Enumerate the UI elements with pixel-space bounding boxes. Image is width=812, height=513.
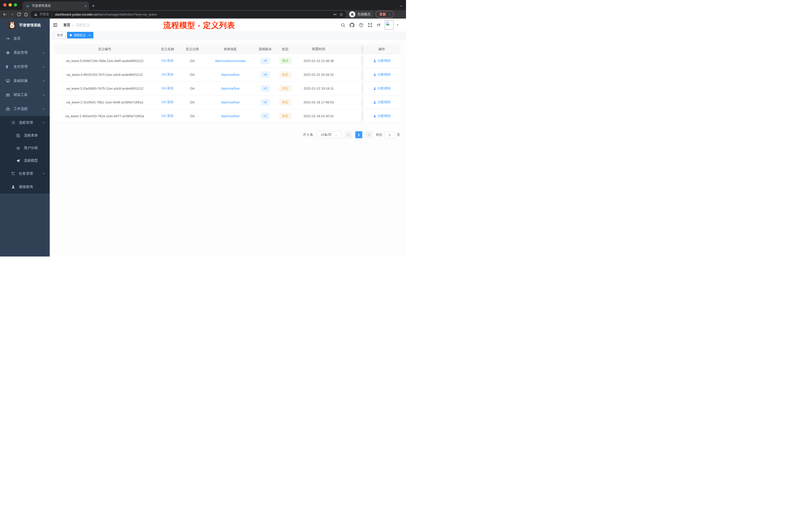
browser-update-button[interactable]: 更新 xyxy=(376,11,394,18)
definition-name-link[interactable]: OA 请假 xyxy=(155,82,180,95)
help-icon[interactable] xyxy=(358,23,364,28)
home-icon[interactable] xyxy=(24,12,28,17)
tab-close-icon[interactable]: × xyxy=(84,4,87,8)
form-link[interactable]: /bpm/oa/flow xyxy=(205,68,256,81)
tag-current[interactable]: 流程定义 × xyxy=(67,32,93,38)
breadcrumb: 首页 / 流程定义 xyxy=(63,23,90,27)
tag-home[interactable]: 首页 xyxy=(55,32,65,38)
sidebar-item-form[interactable]: 流程表单 xyxy=(0,129,50,142)
assign-rule-button[interactable]: 分配规则 xyxy=(373,114,391,118)
maximize-window-button[interactable] xyxy=(14,3,17,6)
total-count-label: 共 5 条 xyxy=(303,132,313,137)
address-bar[interactable]: 不安全 dashboard.yudao.iocoder.cn/bpm/manag… xyxy=(31,11,347,18)
key-icon[interactable] xyxy=(333,12,338,17)
reload-icon[interactable] xyxy=(17,12,21,17)
active-dot xyxy=(70,34,72,36)
column-header: 操作 xyxy=(363,44,400,54)
toolbox-icon xyxy=(6,93,10,97)
monitor-icon xyxy=(6,79,10,83)
incognito-icon xyxy=(349,11,355,17)
row-spacer xyxy=(341,68,363,81)
version-tag: v3 xyxy=(256,82,274,95)
definition-name-link[interactable]: OA 请假 xyxy=(155,109,180,123)
font-size-icon[interactable]: тT xyxy=(377,23,380,27)
breadcrumb-home[interactable]: 首页 xyxy=(63,23,70,27)
assign-rule-button[interactable]: 分配规则 xyxy=(373,72,391,77)
github-icon[interactable] xyxy=(349,23,354,28)
sidebar-toggle-icon[interactable] xyxy=(53,23,58,28)
sidebar-item-dashboard[interactable]: 首页 xyxy=(0,32,50,46)
sidebar-item-yen[interactable]: ¥支付管理 xyxy=(0,60,50,74)
gear-icon xyxy=(6,51,10,55)
definition-id: oa_leave:1:482ec033-762a-11ec-8477-a2380… xyxy=(55,109,155,123)
tab-search-caret-icon[interactable] xyxy=(400,4,403,8)
page-number-button[interactable]: 1 xyxy=(355,131,362,138)
sidebar-item-label: 流程表单 xyxy=(24,133,38,138)
goto-page-input[interactable] xyxy=(384,131,395,138)
sidebar-item-gear[interactable]: 系统管理 xyxy=(0,46,50,60)
sidebar-item-flow[interactable]: 流程管理 xyxy=(0,116,50,129)
send-icon xyxy=(16,159,20,163)
fullscreen-icon[interactable] xyxy=(368,23,373,28)
form-link[interactable]: /bpm/oa/flow xyxy=(205,95,256,109)
page-content: 定义编号 定义名称 定义分类 表单信息 流程版本 状态 部署时间 操作 oa_l… xyxy=(50,39,406,256)
page-size-select[interactable]: 10条/页 xyxy=(316,131,342,138)
sidebar-logo[interactable]: 芋道管理系统 xyxy=(0,19,50,32)
minimize-window-button[interactable] xyxy=(8,3,12,6)
tab-title: 芋道管理系统 xyxy=(32,4,84,8)
caret-down-icon[interactable] xyxy=(396,24,399,26)
security-label[interactable]: 不安全 xyxy=(39,12,49,17)
bookmark-star-icon[interactable] xyxy=(339,12,344,17)
chevron-down-icon xyxy=(42,93,46,97)
row-spacer xyxy=(341,82,363,95)
sidebar-item-label: 请假查询 xyxy=(19,185,33,189)
sidebar-item-label: 用户分组 xyxy=(24,146,38,150)
prev-page-button[interactable] xyxy=(345,131,352,138)
forward-icon[interactable] xyxy=(9,12,14,17)
avatar[interactable] xyxy=(384,20,394,30)
sidebar-item-briefcase[interactable]: 工作流程 xyxy=(0,102,50,116)
sidebar-item-label: 工作流程 xyxy=(13,107,28,111)
definition-name-link[interactable]: OA 请假 xyxy=(155,95,180,109)
tag-close-icon[interactable]: × xyxy=(89,33,91,37)
deploy-time: 2022-01-22 19:19:11 xyxy=(296,82,341,95)
sidebar-item-user[interactable]: 请假查询 xyxy=(0,180,50,193)
row-spacer xyxy=(341,109,363,123)
definition-name-link[interactable]: OA 请假 xyxy=(155,54,180,67)
definition-table: 定义编号 定义名称 定义分类 表单信息 流程版本 状态 部署时间 操作 oa_l… xyxy=(55,44,400,123)
back-icon[interactable] xyxy=(2,12,7,17)
row-actions: 分配规则 xyxy=(363,82,400,95)
form-link[interactable]: /bpm/oa/flow xyxy=(205,109,256,123)
definition-name-link[interactable]: OA 请假 xyxy=(155,68,180,81)
definition-category: OA xyxy=(180,95,205,109)
close-window-button[interactable] xyxy=(3,3,6,6)
definition-category: OA xyxy=(180,68,205,81)
sidebar-item-toolbox[interactable]: 研发工具 xyxy=(0,88,50,102)
assign-rule-button[interactable]: 分配规则 xyxy=(373,58,391,63)
broken-image-icon xyxy=(385,21,390,26)
version-tag: v4 xyxy=(256,68,274,81)
new-tab-button[interactable]: + xyxy=(92,3,95,9)
sidebar-item-monitor[interactable]: 基础设施 xyxy=(0,74,50,88)
sidebar-item-robot[interactable]: 用户分组 xyxy=(0,142,50,154)
page-unit-label: 页 xyxy=(397,132,400,137)
yen-icon: ¥ xyxy=(6,65,10,69)
form-link[interactable]: /bpm/oa/flow xyxy=(205,82,256,95)
user-icon xyxy=(373,73,376,76)
row-actions: 分配规则 xyxy=(363,95,400,109)
browser-tab[interactable]: 芋道管理系统 × xyxy=(23,1,89,10)
chevron-down-icon xyxy=(42,51,46,55)
definition-category: OA xyxy=(180,109,205,123)
assign-rule-button[interactable]: 分配规则 xyxy=(373,86,391,91)
column-header: 流程版本 xyxy=(256,44,274,54)
next-page-button[interactable] xyxy=(366,131,373,138)
sidebar-item-label: 任务管理 xyxy=(19,172,33,176)
status-badge: 挂起 xyxy=(274,95,296,109)
form-icon xyxy=(16,133,20,138)
search-icon[interactable] xyxy=(341,23,346,28)
assign-rule-button[interactable]: 分配规则 xyxy=(373,100,391,104)
url-text[interactable]: dashboard.yudao.iocoder.cn/bpm/manager/d… xyxy=(55,12,331,16)
sidebar-item-tree[interactable]: 任务管理 xyxy=(0,167,50,180)
sidebar-item-send[interactable]: 流程模型 xyxy=(0,154,50,167)
form-link[interactable]: /bpm/oa/leave/create xyxy=(205,54,256,67)
